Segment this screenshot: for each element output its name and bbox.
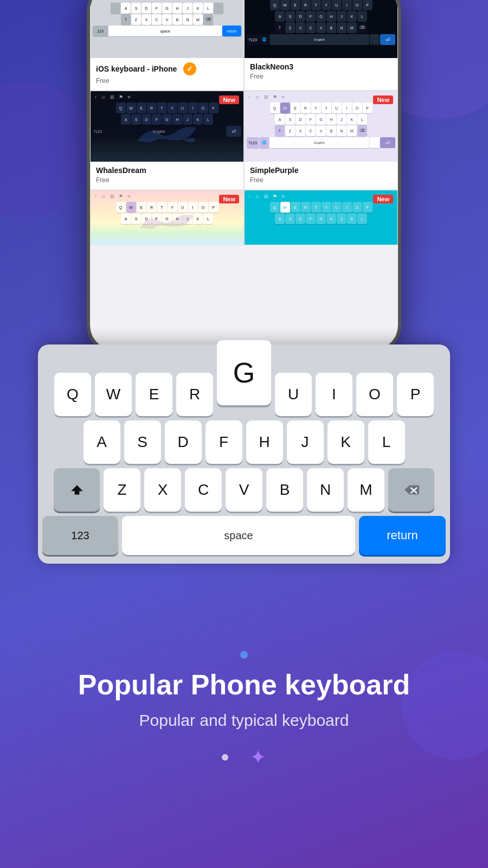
key-u[interactable]: U (275, 373, 312, 416)
mini-key: O (352, 202, 362, 213)
mini-key: H (326, 114, 336, 125)
phone-container: ‹ iPhone Keyboard iOS 16 A S D F G (33, 0, 455, 363)
key-l[interactable]: L (368, 420, 405, 464)
key-p[interactable]: P (397, 373, 434, 416)
keyboard-card-ios[interactable]: ‹ iPhone Keyboard iOS 16 A S D F G (90, 0, 244, 91)
mini-key: M (347, 22, 357, 33)
key-k[interactable]: K (328, 420, 364, 464)
shift-key[interactable] (54, 468, 100, 512)
key-row-dark-2: A S D F G H J K L (247, 11, 395, 22)
mini-key: X (142, 14, 151, 25)
mini-key: Q (116, 202, 126, 213)
key-h[interactable]: H (246, 420, 283, 464)
key-row-whale-1: Q W E R T Y U I O P (93, 103, 241, 113)
card-info-whale: WhalesDream Free (91, 162, 243, 189)
key-r[interactable]: R (176, 373, 213, 416)
mini-key: H (326, 11, 336, 22)
key-j[interactable]: J (287, 420, 324, 464)
key-m[interactable]: M (348, 468, 384, 512)
key-i[interactable]: I (316, 373, 352, 416)
mini-key: M (347, 125, 357, 136)
key-z[interactable]: Z (104, 468, 140, 512)
whale-price: Free (96, 176, 238, 184)
delete-key[interactable] (388, 468, 434, 512)
mini-key: L (357, 11, 367, 22)
keyboard-card-simplepurple[interactable]: New ‹ ☺ ⊞ ⚑ ≡ Q W E R (244, 91, 398, 190)
return-key-dark: ⏎ (380, 34, 395, 45)
key-v[interactable]: V (226, 468, 262, 512)
mini-key: ⌫ (203, 14, 213, 25)
card-info-blackneon: BlackNeon3 Free (245, 58, 397, 86)
mini-key: ⇧ (121, 14, 131, 25)
return-key[interactable]: return (359, 516, 446, 555)
mini-key: W (280, 202, 290, 213)
ios-preview: ‹ iPhone Keyboard iOS 16 A S D F G (91, 0, 243, 58)
key-q[interactable]: Q (54, 373, 91, 416)
key-row-cyan-1: Q W E R T Y U I O P (247, 202, 395, 213)
key-c[interactable]: C (185, 468, 222, 512)
mini-key-space: space (108, 25, 222, 36)
mini-key: L (203, 213, 213, 224)
mini-key: F (306, 114, 316, 125)
key-w[interactable]: W (95, 373, 132, 416)
mini-key: S (285, 11, 295, 22)
mini-key: Q (270, 0, 280, 10)
key-x[interactable]: X (144, 468, 181, 512)
mini-key: A (275, 11, 285, 22)
mini-key: K (347, 11, 357, 22)
mini-key: T (311, 202, 321, 213)
mini-key: F (306, 213, 316, 224)
key-s[interactable]: S (124, 420, 161, 464)
new-badge-whale: New (219, 95, 239, 104)
mini-key: D (296, 114, 305, 125)
mini-key: T (311, 0, 321, 10)
key-row-mini-2: ⇧ Z X C V B N M ⌫ (93, 14, 241, 25)
sub-title: Popular and typical keyboard (139, 711, 349, 730)
mini-key: P (209, 202, 219, 213)
new-badge-rainbow: New (219, 195, 239, 203)
mini-key: 🌐 (259, 137, 269, 148)
key-a[interactable]: A (84, 420, 120, 464)
key-d[interactable]: D (165, 420, 202, 464)
numbers-key[interactable]: 123 (42, 516, 118, 555)
space-key[interactable]: space (122, 516, 355, 555)
mini-key: E (291, 202, 300, 213)
key-o[interactable]: O (356, 373, 393, 416)
key-e[interactable]: E (136, 373, 172, 416)
key-b[interactable]: B (266, 468, 303, 512)
key-g-big[interactable]: G (217, 340, 271, 405)
key-f[interactable]: F (206, 420, 242, 464)
mini-key: K (347, 114, 357, 125)
mini-key: L (203, 3, 213, 14)
mini-key: D (296, 213, 305, 224)
mini-key: V (162, 14, 172, 25)
mini-key: R (301, 202, 311, 213)
mini-key: T (157, 103, 167, 113)
mini-key: H (326, 213, 336, 224)
ios-keyboard-name: iOS keyboard - iPhone ✓ (96, 62, 238, 75)
keyboard-card-cyan[interactable]: New ‹ ☺ ⊞ ⚑ ≡ Q W E R (244, 190, 398, 245)
star-decoration: ✦ (250, 746, 266, 769)
keyboard-card-rainbow[interactable]: New ‹ ☺ ⊞ ⚑ ≡ Q (90, 190, 244, 245)
mini-key: D (296, 11, 305, 22)
mini-key: ⌫ (357, 125, 367, 136)
card-info-purple: SimplePurple Free (245, 162, 397, 189)
cyan-preview: New ‹ ☺ ⊞ ⚑ ≡ Q W E R (245, 190, 397, 245)
mini-key: G (316, 213, 326, 224)
mini-key: C (306, 125, 316, 136)
return-purple: ⏎ (380, 137, 395, 148)
mini-key: O (198, 103, 208, 113)
mini-key: Q (270, 202, 280, 213)
keyboard-card-blackneon3[interactable]: ‹ ☺ ⊞ ⚑ ≡ ⏎ Q W E R T (244, 0, 398, 91)
whale-preview: New ‹ ☺ ⊞ ⚑ ≡ (91, 91, 243, 162)
mini-key: F (306, 11, 316, 22)
mini-key: Z (285, 125, 295, 136)
mini-key: R (147, 103, 157, 113)
mini-key: Y (322, 0, 331, 10)
keyboard-card-whalesdream[interactable]: New ‹ ☺ ⊞ ⚑ ≡ (90, 91, 244, 190)
ios-keyboard-price: Free (96, 77, 238, 85)
mini-key: N (337, 22, 346, 33)
key-n[interactable]: N (307, 468, 344, 512)
mini-key: U (332, 103, 342, 113)
key-row-3: Z X C V B N M (42, 468, 446, 512)
